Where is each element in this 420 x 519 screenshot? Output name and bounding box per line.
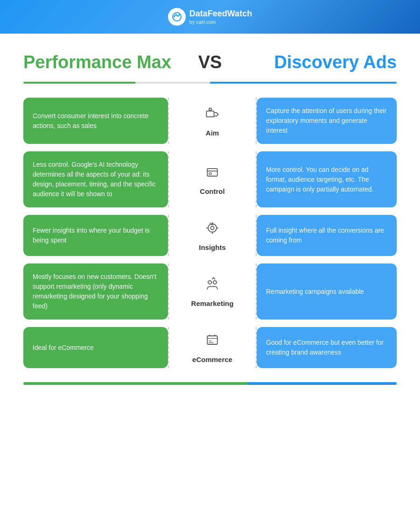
divider: [23, 82, 397, 84]
center-col-aim: Aim: [168, 98, 257, 144]
left-card-remarketing: Mostly focuses on new customers. Doesn't…: [23, 263, 168, 320]
title-discovery-ads: Discovery Ads: [236, 52, 397, 72]
remarketing-icon: [204, 276, 221, 296]
center-label-control: Control: [200, 187, 224, 195]
center-col-ecommerce: eCommerce: [168, 327, 257, 368]
left-text-insights: Fewer insights into where your budget is…: [33, 226, 159, 245]
right-text-control: More control. You can decide on ad forma…: [266, 165, 387, 194]
left-text-control: Less control. Google's AI technology det…: [33, 160, 159, 199]
center-label-remarketing: Remarketing: [191, 299, 234, 307]
main-content: Performance Max VS Discovery Ads Convert…: [0, 34, 420, 404]
aim-icon: [204, 105, 221, 125]
svg-point-8: [213, 281, 217, 284]
row-insights: Fewer insights into where your budget is…: [23, 215, 397, 256]
right-text-aim: Capture the attention of users during th…: [266, 106, 387, 135]
left-text-remarketing: Mostly focuses on new customers. Doesn't…: [33, 272, 159, 311]
center-label-aim: Aim: [206, 129, 219, 137]
right-text-remarketing: Remarketing campaigns available: [266, 287, 364, 297]
center-col-insights: Insights: [168, 215, 257, 256]
left-text-aim: Convert consumer interest into concrete …: [33, 111, 159, 131]
logo: DataFeedWatch by cart.com: [168, 8, 252, 26]
svg-rect-1: [206, 111, 214, 117]
control-icon: [204, 164, 221, 184]
svg-point-7: [208, 281, 211, 284]
svg-rect-9: [207, 336, 217, 344]
ecommerce-icon: [204, 332, 221, 352]
row-control: Less control. Google's AI technology det…: [23, 151, 397, 207]
right-text-insights: Full insight where all the conversions a…: [266, 226, 387, 245]
title-performance-max: Performance Max: [23, 52, 184, 72]
footer-line: [23, 382, 397, 385]
title-vs: VS: [184, 52, 236, 72]
row-ecommerce: Ideal for eCommerce eCommerce Good for e…: [23, 327, 397, 368]
comparison-table: Convert consumer interest into concrete …: [23, 98, 397, 368]
logo-icon: [168, 8, 186, 26]
left-card-insights: Fewer insights into where your budget is…: [23, 215, 168, 256]
brand-name: DataFeedWatch: [189, 9, 252, 19]
right-card-aim: Capture the attention of users during th…: [257, 98, 397, 144]
left-text-ecommerce: Ideal for eCommerce: [33, 343, 94, 353]
center-label-ecommerce: eCommerce: [192, 355, 232, 363]
row-remarketing: Mostly focuses on new customers. Doesn't…: [23, 263, 397, 320]
row-aim: Convert consumer interest into concrete …: [23, 98, 397, 144]
svg-point-2: [209, 108, 211, 110]
left-card-aim: Convert consumer interest into concrete …: [23, 98, 168, 144]
right-text-ecommerce: Good for eCommerce but even better for c…: [266, 338, 387, 357]
svg-rect-3: [207, 169, 217, 176]
right-card-insights: Full insight where all the conversions a…: [257, 215, 397, 256]
center-label-insights: Insights: [199, 243, 226, 251]
left-card-control: Less control. Google's AI technology det…: [23, 151, 168, 207]
right-card-remarketing: Remarketing campaigns available: [257, 263, 397, 320]
svg-point-6: [210, 226, 214, 229]
right-card-control: More control. You can decide on ad forma…: [257, 151, 397, 207]
center-col-control: Control: [168, 151, 257, 207]
center-col-remarketing: Remarketing: [168, 263, 257, 320]
svg-rect-4: [209, 173, 211, 175]
right-card-ecommerce: Good for eCommerce but even better for c…: [257, 327, 397, 368]
page-header: DataFeedWatch by cart.com: [0, 0, 420, 34]
insights-icon: [204, 220, 221, 240]
title-row: Performance Max VS Discovery Ads: [23, 52, 397, 72]
left-card-ecommerce: Ideal for eCommerce: [23, 327, 168, 368]
brand-sub: by cart.com: [189, 19, 252, 25]
